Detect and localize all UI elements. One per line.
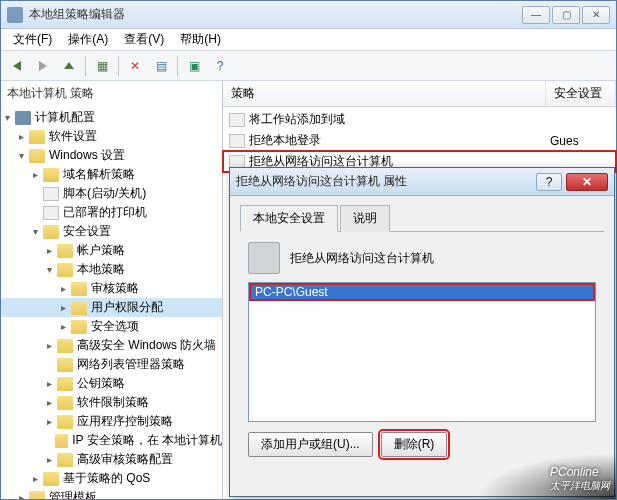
- close-button[interactable]: ✕: [582, 6, 610, 24]
- policy-icon: [248, 242, 280, 274]
- tree-node-qos[interactable]: ▸基于策略的 QoS: [1, 469, 222, 488]
- forward-button[interactable]: [31, 54, 55, 78]
- add-user-button[interactable]: 添加用户或组(U)...: [248, 432, 373, 457]
- tree-label: 网络列表管理器策略: [77, 356, 185, 373]
- list-row[interactable]: 将工作站添加到域: [223, 109, 616, 130]
- menu-help[interactable]: 帮助(H): [172, 29, 229, 50]
- tree-label: IP 安全策略，在 本地计算机: [72, 432, 222, 449]
- list-row-label: 拒绝本地登录: [249, 132, 550, 149]
- titlebar: 本地组策略编辑器 — ▢ ✕: [1, 1, 616, 29]
- tree-label: 本地策略: [77, 261, 125, 278]
- tree-node-security-settings[interactable]: ▾安全设置: [1, 222, 222, 241]
- tree-node-local-policies[interactable]: ▾本地策略: [1, 260, 222, 279]
- toolbar-separator: [118, 56, 119, 76]
- maximize-button[interactable]: ▢: [552, 6, 580, 24]
- tree-label: 帐户策略: [77, 242, 125, 259]
- tab-explain[interactable]: 说明: [340, 205, 390, 232]
- tree-node-user-rights[interactable]: ▸用户权限分配: [1, 298, 222, 317]
- export-button[interactable]: ▣: [182, 54, 206, 78]
- toolbar: ▦ ✕ ▤ ▣ ?: [1, 51, 616, 81]
- tab-strip: 本地安全设置 说明: [240, 204, 604, 232]
- tree-node-software-restriction[interactable]: ▸软件限制策略: [1, 393, 222, 412]
- tree-label: 域名解析策略: [63, 166, 135, 183]
- tree-node-ipsec[interactable]: IP 安全策略，在 本地计算机: [1, 431, 222, 450]
- properties-button[interactable]: ▤: [149, 54, 173, 78]
- list-row-value: Gues: [550, 134, 610, 148]
- delete-button[interactable]: ✕: [123, 54, 147, 78]
- col-policy[interactable]: 策略: [223, 81, 546, 106]
- dialog-titlebar: 拒绝从网络访问这台计算机 属性 ? ✕: [230, 168, 614, 196]
- user-list-item[interactable]: PC-PC\Guest: [249, 283, 595, 301]
- show-hide-button[interactable]: ▦: [90, 54, 114, 78]
- menu-view[interactable]: 查看(V): [116, 29, 172, 50]
- menu-action[interactable]: 操作(A): [60, 29, 116, 50]
- tree-label: 软件限制策略: [77, 394, 149, 411]
- tree-pane[interactable]: 本地计算机 策略 ▾计算机配置 ▸软件设置 ▾Windows 设置 ▸域名解析策…: [1, 81, 223, 499]
- tree-node-network-list[interactable]: 网络列表管理器策略: [1, 355, 222, 374]
- tree-label: 计算机配置: [35, 109, 95, 126]
- tree-node-scripts[interactable]: 脚本(启动/关机): [1, 184, 222, 203]
- dialog-title: 拒绝从网络访问这台计算机 属性: [236, 173, 536, 190]
- tree-label: 脚本(启动/关机): [63, 185, 146, 202]
- tree-node-security-options[interactable]: ▸安全选项: [1, 317, 222, 336]
- list-row-label: 将工作站添加到域: [249, 111, 550, 128]
- tab-local-security[interactable]: 本地安全设置: [240, 205, 338, 232]
- tree-label: 公钥策略: [77, 375, 125, 392]
- tree-header: 本地计算机 策略: [1, 81, 222, 106]
- policy-icon: [229, 113, 245, 127]
- tree-label: 用户权限分配: [91, 299, 163, 316]
- user-list[interactable]: PC-PC\Guest: [248, 282, 596, 422]
- tab-panel: 拒绝从网络访问这台计算机 PC-PC\Guest 添加用户或组(U)... 删除…: [240, 232, 604, 484]
- tree-label: 高级安全 Windows 防火墙: [77, 337, 216, 354]
- list-header: 策略 安全设置: [223, 81, 616, 107]
- toolbar-separator: [177, 56, 178, 76]
- tree-label: 安全设置: [63, 223, 111, 240]
- tree-node-computer-config[interactable]: ▾计算机配置: [1, 108, 222, 127]
- menubar: 文件(F) 操作(A) 查看(V) 帮助(H): [1, 29, 616, 51]
- tree-node-deployed-printers[interactable]: 已部署的打印机: [1, 203, 222, 222]
- tree-node-account-policies[interactable]: ▸帐户策略: [1, 241, 222, 260]
- menu-file[interactable]: 文件(F): [5, 29, 60, 50]
- tree-node-adv-audit[interactable]: ▸高级审核策略配置: [1, 450, 222, 469]
- help-button[interactable]: ?: [208, 54, 232, 78]
- tree-label: 审核策略: [91, 280, 139, 297]
- tree-node-app-control[interactable]: ▸应用程序控制策略: [1, 412, 222, 431]
- policy-icon: [229, 134, 245, 148]
- tree-label: 已部署的打印机: [63, 204, 147, 221]
- tree-node-dns-policy[interactable]: ▸域名解析策略: [1, 165, 222, 184]
- tree-label: 软件设置: [49, 128, 97, 145]
- tree-label: 基于策略的 QoS: [63, 470, 150, 487]
- tree-node-public-key[interactable]: ▸公钥策略: [1, 374, 222, 393]
- tree-label: 高级审核策略配置: [77, 451, 173, 468]
- tree-node-audit-policy[interactable]: ▸审核策略: [1, 279, 222, 298]
- list-row[interactable]: 拒绝本地登录Gues: [223, 130, 616, 151]
- tree-node-software-settings[interactable]: ▸软件设置: [1, 127, 222, 146]
- main-window: 本地组策略编辑器 — ▢ ✕ 文件(F) 操作(A) 查看(V) 帮助(H) ▦…: [0, 0, 617, 500]
- window-title: 本地组策略编辑器: [29, 6, 522, 23]
- tree-label: Windows 设置: [49, 147, 125, 164]
- minimize-button[interactable]: —: [522, 6, 550, 24]
- tree-label: 安全选项: [91, 318, 139, 335]
- dialog-close-button[interactable]: ✕: [566, 173, 608, 191]
- up-button[interactable]: [57, 54, 81, 78]
- dialog-help-button[interactable]: ?: [536, 173, 562, 191]
- toolbar-separator: [85, 56, 86, 76]
- app-icon: [7, 7, 23, 23]
- tree-label: 应用程序控制策略: [77, 413, 173, 430]
- properties-dialog: 拒绝从网络访问这台计算机 属性 ? ✕ 本地安全设置 说明 拒绝从网络访问这台计…: [229, 167, 615, 497]
- remove-button[interactable]: 删除(R): [381, 432, 448, 457]
- tree-node-admin-templates[interactable]: ▸管理模板: [1, 488, 222, 499]
- back-button[interactable]: [5, 54, 29, 78]
- tree-label: 管理模板: [49, 489, 97, 499]
- policy-name-label: 拒绝从网络访问这台计算机: [290, 250, 434, 267]
- tree-node-adv-firewall[interactable]: ▸高级安全 Windows 防火墙: [1, 336, 222, 355]
- col-security[interactable]: 安全设置: [546, 81, 616, 106]
- tree-node-windows-settings[interactable]: ▾Windows 设置: [1, 146, 222, 165]
